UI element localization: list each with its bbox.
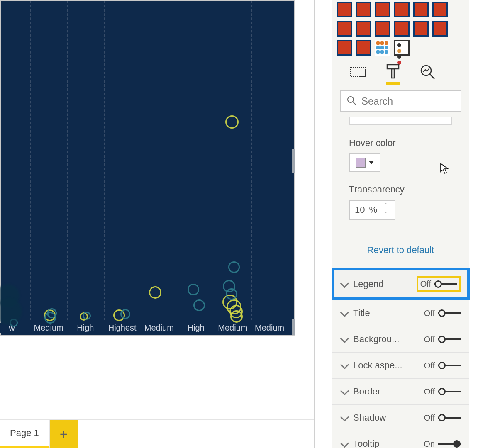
visualization-type-tile[interactable] [337,21,352,37]
x-axis-label: High [178,323,215,333]
chevron-down-icon [341,280,348,288]
visualization-type-tile[interactable] [337,40,352,56]
format-section-label: Lock aspe... [353,360,419,371]
visualization-type-tile[interactable] [432,2,448,17]
toggle-state-text: Off [420,279,431,289]
visualization-type-tile[interactable] [432,21,448,37]
chevron-down-icon [341,440,348,448]
chevron-down-icon [341,336,348,343]
toggle-wrap: Off [424,361,461,370]
data-bubble[interactable] [225,115,239,129]
toggle-switch[interactable] [438,440,461,448]
format-sections: Legend Off Title Off Backgrou... Off Loc… [332,268,469,448]
spinner-arrows[interactable]: ˄ ˅ [385,202,392,217]
format-section-row[interactable]: Legend Off [332,268,470,300]
page-tab[interactable]: Page 1 [0,420,50,448]
format-tab-icon[interactable] [384,63,402,81]
data-bubble[interactable] [193,299,205,311]
toggle-switch[interactable] [438,414,461,422]
toggle-state-text: Off [424,309,435,318]
data-bubble[interactable] [230,310,243,323]
format-section-row[interactable]: Lock aspe... Off [332,352,469,378]
svg-point-6 [348,97,354,102]
transparency-label: Transparency [349,184,452,195]
toggle-wrap: On [424,439,461,448]
chevron-down-icon [341,388,348,395]
transparency-spinner[interactable]: 10 % ˄ ˅ [349,200,395,220]
format-section-row[interactable]: Border Off [332,378,469,404]
toggle-state-text: Off [424,361,435,370]
plus-icon: + [60,426,68,442]
toggle-wrap: Off [417,276,461,292]
visualization-type-tile[interactable] [356,2,371,17]
format-section-label: Backgrou... [353,334,419,345]
toggle-state-text: Off [424,335,435,344]
toggle-switch[interactable] [438,335,461,343]
scatter-visual[interactable]: wMediumHighHighestMediumHighMediumMedium [0,0,295,336]
add-page-button[interactable]: + [50,420,78,448]
toggle-switch[interactable] [438,361,461,370]
hover-color-label: Hover color [349,138,452,149]
hover-color-picker[interactable] [349,153,380,172]
data-bubble[interactable] [120,309,130,319]
collapsed-field[interactable] [349,117,452,125]
x-axis-label: Highest [104,323,141,333]
format-section-label: Legend [353,279,412,290]
analytics-tab-icon[interactable] [419,63,437,81]
format-section-row[interactable]: Shadow Off [332,404,469,431]
report-canvas[interactable]: wMediumHighHighestMediumHighMediumMedium [0,0,314,351]
visualization-type-tile[interactable] [394,21,410,37]
chevron-down-icon [341,414,348,421]
fields-tab-icon[interactable] [349,63,367,81]
grid-line [30,1,31,320]
toggle-state-text: Off [424,387,435,397]
format-section-row[interactable]: Title Off [332,300,469,326]
visualizations-pane: Hover color Transparency 10 % ˄ ˅ Revert… [332,0,469,448]
format-search-box[interactable] [340,90,461,112]
revert-to-default-link[interactable]: Revert to default [332,245,469,256]
data-bubble[interactable] [188,284,199,295]
grid-line [104,1,105,320]
format-section-label: Border [353,386,419,397]
toggle-switch[interactable] [434,280,457,288]
chevron-down-icon [341,362,348,369]
visualization-type-tile[interactable] [356,21,371,37]
pane-tabs [332,56,469,81]
color-chip [356,158,366,168]
search-input[interactable] [361,95,478,107]
toggle-switch[interactable] [438,387,461,396]
x-axis-label: Medium [141,323,178,333]
visualization-type-tile[interactable] [394,2,410,17]
visualization-type-tile[interactable] [375,2,390,17]
visualization-type-tile[interactable] [337,2,352,17]
chevron-down-icon: ˅ [385,212,392,217]
selection-handle[interactable] [292,149,295,173]
x-axis-label: High [67,323,104,333]
visualization-type-tile[interactable] [394,40,410,56]
toggle-switch[interactable] [438,309,461,317]
svg-line-5 [430,74,434,79]
data-bubble[interactable] [228,261,240,273]
visualization-type-tile[interactable] [413,2,429,17]
active-tab-underline [386,82,400,85]
x-axis-label: Medium [215,323,251,333]
format-section-row[interactable]: Backgrou... Off [332,326,469,352]
visualization-type-tile[interactable] [356,40,371,56]
format-section-row[interactable]: Tooltip On [332,431,469,448]
data-bubble[interactable] [0,298,22,325]
format-section-label: Tooltip [353,438,419,448]
data-bubble[interactable] [44,312,56,324]
visualization-type-tile[interactable] [375,21,390,37]
selection-handle-bottom[interactable] [292,319,295,335]
visualization-type-tile[interactable] [413,21,429,37]
data-bubble[interactable] [226,288,237,300]
grid-line [251,1,252,320]
grid-line [215,1,215,320]
data-bubble[interactable] [149,286,161,299]
toggle-state-text: On [424,439,435,448]
toggle-wrap: Off [424,413,461,423]
visualization-type-tile[interactable] [375,40,390,56]
x-axis-label: Medium [251,323,288,333]
toggle-wrap: Off [424,309,461,318]
svg-rect-3 [392,69,394,78]
